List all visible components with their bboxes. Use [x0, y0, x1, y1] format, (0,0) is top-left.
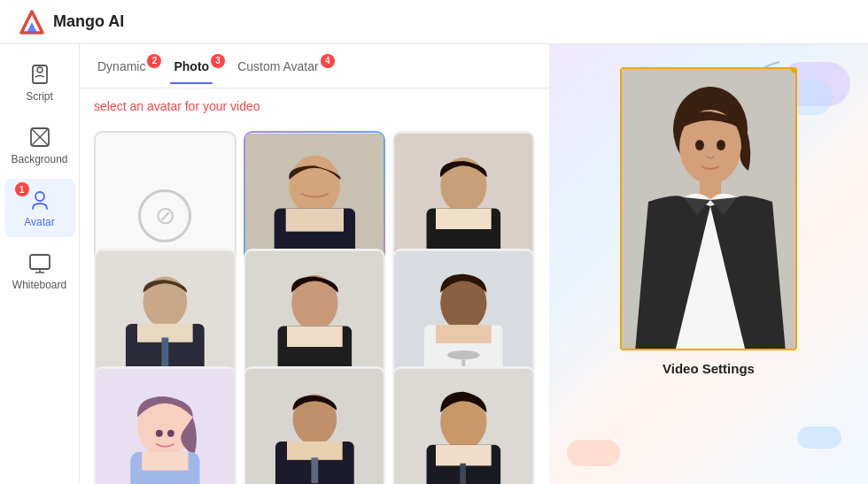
tab-photo[interactable]: Photo 3 [170, 49, 213, 84]
sidebar: Script Background 1 Avatar [0, 44, 80, 484]
deco-bottom-left [567, 440, 620, 466]
avatar-cell-8[interactable] [392, 366, 535, 484]
left-panel: Dynamic 2 Photo 3 Custom Avatar 4 select… [80, 44, 549, 484]
sidebar-item-avatar-label: Avatar [24, 216, 54, 228]
svg-point-40 [167, 430, 174, 437]
svg-point-7 [35, 192, 44, 201]
logo: Mango AI [18, 8, 124, 36]
tab-bar: Dynamic 2 Photo 3 Custom Avatar 4 [80, 44, 549, 88]
tab-custom-avatar-badge: 4 [321, 54, 335, 68]
svg-point-39 [156, 430, 163, 437]
avatar-icon [27, 188, 52, 212]
svg-point-55 [717, 140, 725, 150]
preview-dot [791, 67, 797, 73]
sidebar-item-avatar[interactable]: 1 Avatar [4, 179, 75, 237]
svg-point-3 [37, 67, 43, 73]
tab-dynamic[interactable]: Dynamic 2 [94, 49, 149, 84]
header: Mango AI [0, 0, 868, 44]
deco-bottom-right [797, 426, 841, 449]
sidebar-item-script[interactable]: Script [4, 53, 75, 111]
tab-custom-avatar[interactable]: Custom Avatar 4 [234, 49, 322, 84]
main-layout: Script Background 1 Avatar [0, 44, 868, 484]
svg-point-12 [289, 155, 339, 215]
svg-point-32 [447, 350, 480, 359]
preview-avatar-image [622, 69, 797, 350]
right-panel: Video Settings [549, 44, 868, 484]
svg-rect-18 [436, 209, 492, 230]
avatar-badge: 1 [15, 182, 29, 196]
sidebar-item-script-label: Script [26, 90, 53, 103]
script-icon [27, 62, 52, 87]
avatar-cell-7[interactable] [244, 366, 386, 484]
video-settings-label: Video Settings [663, 361, 755, 376]
no-avatar-icon: ⊘ [138, 189, 191, 242]
avatar-cell-6[interactable] [94, 366, 236, 484]
svg-rect-8 [30, 255, 50, 269]
content-area: Dynamic 2 Photo 3 Custom Avatar 4 select… [80, 44, 868, 484]
tab-photo-badge: 3 [211, 54, 225, 68]
svg-point-54 [695, 140, 704, 150]
sidebar-item-background-label: Background [11, 153, 67, 165]
svg-rect-45 [311, 457, 318, 483]
preview-container [620, 67, 797, 350]
svg-rect-50 [461, 464, 467, 484]
logo-text: Mango AI [53, 12, 124, 31]
svg-rect-31 [436, 325, 492, 343]
svg-rect-38 [142, 452, 188, 471]
preview-line-v [794, 349, 796, 350]
avatar-7-image [245, 368, 384, 484]
svg-rect-23 [161, 338, 168, 367]
svg-rect-44 [287, 442, 343, 460]
logo-icon [18, 8, 46, 36]
avatar-6-image [96, 368, 235, 484]
svg-rect-14 [285, 209, 343, 232]
sidebar-item-whiteboard[interactable]: Whiteboard [4, 242, 75, 300]
sidebar-item-whiteboard-label: Whiteboard [12, 279, 66, 291]
svg-marker-1 [27, 22, 37, 33]
avatar-grid: ⊘ No Avatar ✦ Face Swap [80, 124, 549, 484]
svg-rect-49 [436, 445, 492, 466]
instruction-text: select an avatar for your video [80, 88, 549, 124]
svg-rect-27 [287, 327, 343, 348]
avatar-8-image [394, 368, 533, 484]
sidebar-item-background[interactable]: Background [4, 116, 75, 174]
whiteboard-icon [27, 250, 52, 275]
background-icon [27, 125, 52, 150]
svg-rect-2 [33, 65, 47, 83]
tab-dynamic-badge: 2 [147, 54, 161, 68]
